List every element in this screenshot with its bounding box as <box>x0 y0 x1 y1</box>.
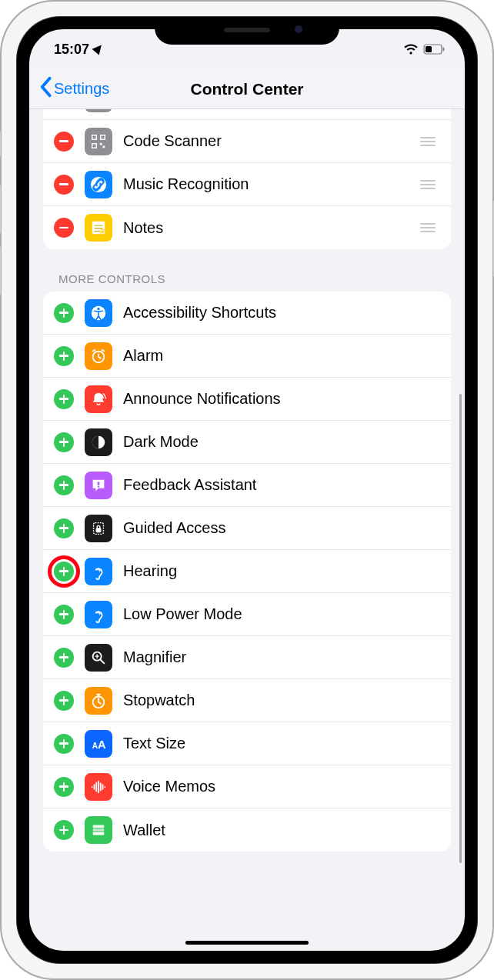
row-label: Feedback Assistant <box>123 476 440 494</box>
svg-rect-5 <box>92 135 97 139</box>
svg-rect-1 <box>443 48 445 52</box>
row-label: Dark Mode <box>123 433 440 451</box>
voice-memos-icon <box>85 773 112 801</box>
back-button[interactable]: Settings <box>38 76 109 102</box>
accessibility-icon <box>85 299 112 327</box>
wifi-icon <box>403 43 419 55</box>
qr-code-icon <box>85 128 112 155</box>
device-notch <box>155 17 339 45</box>
list-item: Accessibility Shortcuts <box>43 292 451 335</box>
svg-rect-2 <box>426 46 432 52</box>
volume-down-button <box>0 246 1 295</box>
page-title: Control Center <box>191 80 304 98</box>
add-button[interactable] <box>54 518 74 538</box>
remove-button[interactable] <box>54 218 74 238</box>
add-button[interactable] <box>54 432 74 452</box>
row-label: Guided Access <box>123 519 440 537</box>
drag-handle-icon[interactable] <box>420 223 440 232</box>
add-button[interactable] <box>54 562 74 582</box>
list-item: Alarm <box>43 335 451 378</box>
feedback-icon <box>85 472 112 499</box>
svg-rect-7 <box>92 143 97 148</box>
list-item: Hearing <box>43 550 451 593</box>
row-label: Low Power Mode <box>123 605 440 623</box>
row-label: Wallet <box>123 822 440 839</box>
svg-point-17 <box>97 307 99 309</box>
svg-rect-20 <box>98 482 100 485</box>
row-label: Notes <box>123 219 420 237</box>
announce-icon <box>85 385 112 413</box>
add-button[interactable] <box>54 734 74 754</box>
list-item: Apple TV Remote <box>43 109 451 120</box>
back-label: Settings <box>54 80 109 98</box>
row-label: Code Scanner <box>123 132 420 150</box>
list-item: Voice Memos <box>43 765 451 808</box>
list-item: Notes <box>43 206 451 249</box>
drag-handle-icon[interactable] <box>420 180 440 189</box>
row-label: Voice Memos <box>123 778 440 795</box>
remove-button[interactable] <box>54 132 74 152</box>
lock-icon <box>85 515 112 542</box>
row-label: Accessibility Shortcuts <box>123 304 440 322</box>
svg-rect-6 <box>101 135 105 139</box>
list-item: Dark Mode <box>43 421 451 464</box>
row-label: Hearing <box>123 562 440 580</box>
row-label: Music Recognition <box>123 175 420 193</box>
section-header-more: MORE CONTROLS <box>43 249 451 292</box>
list-item: Stopwatch <box>43 679 451 722</box>
apple-tv-remote-icon <box>85 109 112 112</box>
status-time: 15:07 <box>54 42 89 58</box>
row-label: Text Size <box>123 735 440 752</box>
list-item: Feedback Assistant <box>43 464 451 507</box>
add-button[interactable] <box>54 303 74 323</box>
location-arrow-icon <box>92 42 105 55</box>
list-item: Code Scanner <box>43 120 451 163</box>
add-button[interactable] <box>54 475 74 495</box>
svg-rect-28 <box>93 825 105 828</box>
list-item: Wallet <box>43 808 451 852</box>
shazam-icon <box>85 171 112 198</box>
svg-text:A: A <box>98 738 106 750</box>
add-button[interactable] <box>54 389 74 409</box>
included-controls-group: Apple TV RemoteCode ScannerMusic Recogni… <box>43 109 451 249</box>
stopwatch-icon <box>85 687 112 715</box>
battery-icon <box>423 44 445 55</box>
svg-rect-8 <box>100 142 102 145</box>
add-button[interactable] <box>54 691 74 711</box>
svg-rect-23 <box>96 528 101 532</box>
navigation-bar: Settings Control Center <box>29 69 465 109</box>
magnifier-icon <box>85 644 112 672</box>
add-button[interactable] <box>54 346 74 366</box>
wallet-icon <box>85 816 112 844</box>
add-button[interactable] <box>54 648 74 668</box>
add-button[interactable] <box>54 777 74 797</box>
row-label: Magnifier <box>123 648 440 666</box>
silence-switch <box>0 131 1 157</box>
ear-icon <box>85 558 112 585</box>
dark-mode-icon <box>85 428 112 456</box>
row-label: Alarm <box>123 347 440 365</box>
list-item: Magnifier <box>43 636 451 679</box>
svg-point-21 <box>98 485 99 487</box>
row-label: Stopwatch <box>123 692 440 709</box>
list-item: Music Recognition <box>43 163 451 206</box>
list-item: Announce Notifications <box>43 378 451 421</box>
add-button[interactable] <box>54 605 74 625</box>
more-controls-group: Accessibility ShortcutsAlarmAnnounce Not… <box>43 292 451 852</box>
list-item: Guided Access <box>43 507 451 550</box>
remove-button[interactable] <box>54 175 74 195</box>
ear-icon <box>85 601 112 628</box>
svg-rect-9 <box>103 145 105 148</box>
notes-icon <box>85 214 112 242</box>
svg-rect-29 <box>93 828 105 832</box>
row-label: Announce Notifications <box>123 390 440 408</box>
scroll-indicator <box>459 394 462 863</box>
alarm-icon <box>85 342 112 370</box>
list-item: Low Power Mode <box>43 593 451 636</box>
svg-rect-30 <box>93 832 105 835</box>
drag-handle-icon[interactable] <box>420 137 440 146</box>
list-item: AAText Size <box>43 722 451 765</box>
scroll-content[interactable]: Apple TV RemoteCode ScannerMusic Recogni… <box>29 109 465 951</box>
home-indicator[interactable] <box>185 941 309 945</box>
add-button[interactable] <box>54 820 74 840</box>
